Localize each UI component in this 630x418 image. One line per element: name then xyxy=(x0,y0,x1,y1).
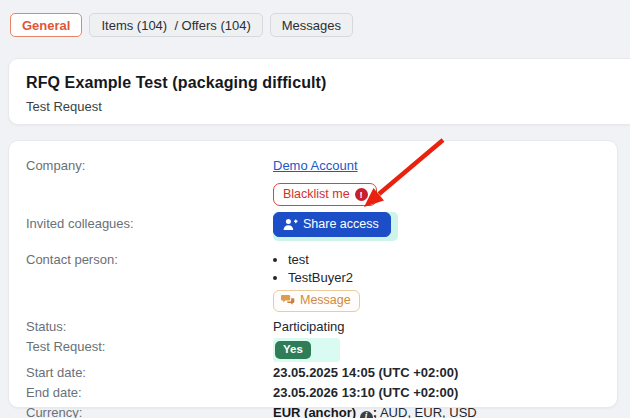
currency-row: Currency: EUR (anchor) i; AUD, EUR, USD xyxy=(26,404,600,418)
company-value: Demo Account Blacklist me ! xyxy=(273,157,377,206)
contact-list-item: test xyxy=(288,251,360,269)
contact-person-row: Contact person: test TestBuyer2 Message xyxy=(26,251,600,312)
selection-highlight: Yes xyxy=(273,338,340,363)
person-add-icon xyxy=(283,218,298,231)
start-date-label: Start date: xyxy=(26,364,273,382)
info-circle-icon: i xyxy=(360,411,373,418)
currency-value: EUR (anchor) i; AUD, EUR, USD xyxy=(273,404,477,418)
start-date-value: 23.05.2025 14:05 (UTC +02:00) xyxy=(273,364,458,382)
test-request-value: Yes xyxy=(273,338,340,363)
contact-list-item: TestBuyer2 xyxy=(288,269,360,287)
company-label: Company: xyxy=(26,157,273,175)
contact-person-value: test TestBuyer2 Message xyxy=(273,251,360,312)
page-title: RFQ Example Test (packaging difficult) xyxy=(26,74,630,92)
test-request-badge: Yes xyxy=(275,341,311,360)
share-access-button[interactable]: Share access xyxy=(273,212,391,237)
message-button[interactable]: Message xyxy=(273,290,360,312)
blacklist-button-label: Blacklist me xyxy=(283,188,350,201)
tab-bar: General Items (104) / Offers (104) Messa… xyxy=(0,0,630,37)
test-request-row: Test Request: Yes xyxy=(26,338,600,363)
currency-separator: ; xyxy=(373,405,377,418)
tab-items-offers[interactable]: Items (104) / Offers (104) xyxy=(89,13,262,37)
invited-colleagues-value: Share access xyxy=(273,212,398,241)
tab-messages[interactable]: Messages xyxy=(270,13,353,37)
contact-person-label: Contact person: xyxy=(26,251,273,269)
invited-colleagues-row: Invited colleagues: Share access xyxy=(26,212,600,241)
status-label: Status: xyxy=(26,318,273,336)
exclamation-circle-icon: ! xyxy=(355,188,368,201)
contact-list: test TestBuyer2 xyxy=(273,251,360,287)
invited-colleagues-label: Invited colleagues: xyxy=(26,212,273,235)
selection-highlight: Share access xyxy=(273,212,398,241)
end-date-value: 23.05.2026 13:10 (UTC +02:00) xyxy=(273,384,458,402)
start-date-row: Start date: 23.05.2025 14:05 (UTC +02:00… xyxy=(26,364,600,382)
company-row: Company: Demo Account Blacklist me ! xyxy=(26,157,600,206)
page-subtitle: Test Request xyxy=(26,99,630,114)
tab-general[interactable]: General xyxy=(10,13,82,37)
currency-anchor: EUR (anchor) xyxy=(273,405,356,418)
company-link[interactable]: Demo Account xyxy=(273,158,358,173)
share-access-label: Share access xyxy=(303,218,379,231)
rfq-details-card: Company: Demo Account Blacklist me ! Inv… xyxy=(8,140,618,408)
currency-label: Currency: xyxy=(26,404,273,418)
message-button-label: Message xyxy=(300,294,351,307)
end-date-label: End date: xyxy=(26,384,273,402)
blacklist-button[interactable]: Blacklist me ! xyxy=(273,183,377,206)
currency-others: AUD, EUR, USD xyxy=(380,405,477,418)
chat-bubbles-icon xyxy=(281,294,295,306)
status-value: Participating xyxy=(273,318,345,336)
rfq-header-card: RFQ Example Test (packaging difficult) T… xyxy=(8,58,630,125)
status-row: Status: Participating xyxy=(26,318,600,336)
rfq-detail-page: General Items (104) / Offers (104) Messa… xyxy=(0,0,630,418)
end-date-row: End date: 23.05.2026 13:10 (UTC +02:00) xyxy=(26,384,600,402)
test-request-label: Test Request: xyxy=(26,338,273,356)
